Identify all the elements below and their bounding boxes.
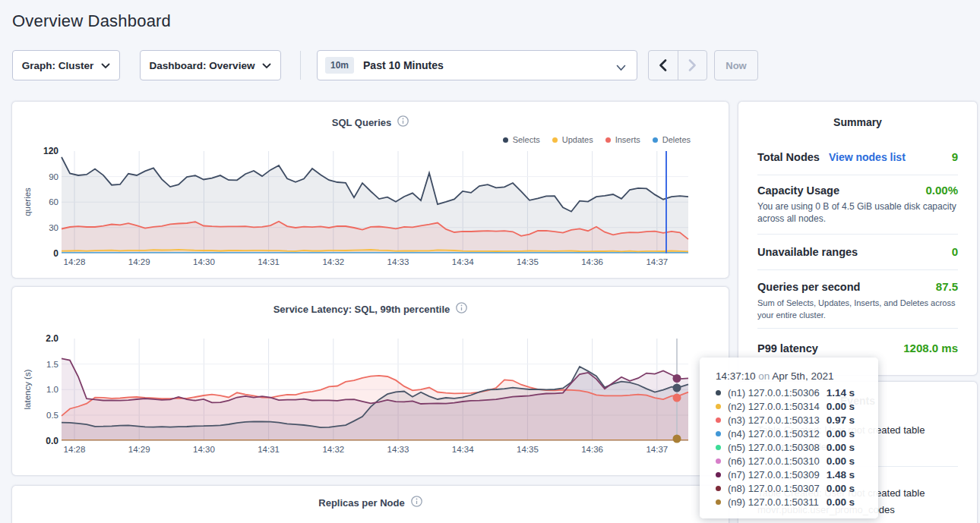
svg-text:120: 120	[43, 146, 58, 156]
svg-text:60: 60	[49, 197, 58, 206]
svg-text:14:32: 14:32	[322, 445, 344, 454]
svg-text:14:31: 14:31	[258, 445, 280, 454]
svg-text:14:30: 14:30	[193, 445, 215, 454]
svg-text:14:37: 14:37	[646, 445, 668, 454]
svg-text:2.0: 2.0	[46, 333, 58, 344]
svg-text:30: 30	[49, 223, 58, 232]
svg-text:14:29: 14:29	[128, 445, 150, 454]
svg-text:14:31: 14:31	[258, 257, 280, 266]
svg-text:14:34: 14:34	[452, 445, 474, 454]
svg-text:14:30: 14:30	[193, 257, 215, 266]
svg-text:0.5: 0.5	[46, 411, 58, 420]
svg-text:1.0: 1.0	[46, 385, 58, 394]
svg-text:14:29: 14:29	[128, 257, 150, 266]
svg-text:1.5: 1.5	[46, 360, 58, 369]
svg-text:14:37: 14:37	[646, 257, 668, 266]
svg-text:14:36: 14:36	[581, 445, 603, 454]
svg-text:14:33: 14:33	[387, 257, 409, 266]
svg-text:14:28: 14:28	[64, 445, 86, 454]
svg-text:queries: queries	[23, 187, 32, 216]
svg-text:14:36: 14:36	[581, 257, 603, 266]
svg-text:14:33: 14:33	[387, 445, 409, 454]
svg-text:14:34: 14:34	[452, 257, 474, 266]
svg-text:14:32: 14:32	[322, 257, 344, 266]
svg-text:14:35: 14:35	[517, 257, 539, 266]
svg-text:0: 0	[53, 248, 58, 259]
svg-text:0.0: 0.0	[46, 436, 58, 446]
svg-text:90: 90	[49, 172, 58, 181]
svg-text:latency (s): latency (s)	[23, 369, 32, 409]
svg-text:14:35: 14:35	[517, 445, 539, 454]
svg-text:14:28: 14:28	[64, 257, 86, 266]
